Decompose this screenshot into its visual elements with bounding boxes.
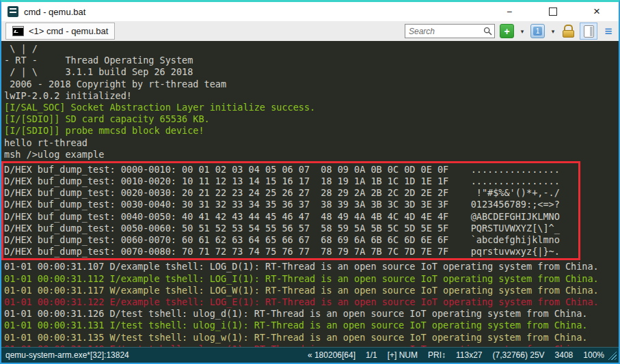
terminal-line: 01-01 00:00:31.117 W/example tshell: LOG…: [4, 285, 619, 296]
terminal-line: D/HEX buf_dump_test: 0040-0050: 40 41 42…: [4, 211, 578, 223]
terminal-line: D/HEX buf_dump_test: 0000-0010: 00 01 02…: [4, 164, 578, 176]
terminal-line: [I/SAL_SOC] Socket Abstraction Layer ini…: [4, 102, 619, 113]
titlebar: cmd - qemu.bat − ×: [1, 2, 619, 21]
panel-toggle-icon: [584, 25, 594, 38]
main-menu-button[interactable]: ≡: [602, 25, 615, 38]
terminal-line: \ | /: [4, 43, 619, 55]
terminal-line: D/HEX buf_dump_test: 0050-0060: 50 51 52…: [4, 223, 578, 234]
window-number-icon: 1: [533, 27, 542, 36]
status-item[interactable]: 3408: [555, 350, 574, 360]
window-number-button[interactable]: 1: [530, 24, 545, 38]
lock-icon: [564, 25, 573, 30]
close-icon: ×: [593, 5, 600, 18]
terminal-line: D/HEX buf_dump_test: 0020-0030: 20 21 22…: [4, 187, 578, 199]
terminal-line: hello rt-thread: [4, 137, 619, 149]
resize-grip[interactable]: [607, 350, 617, 360]
window-controls: − ×: [487, 2, 619, 21]
tab-bar: <1> cmd - qemu.bat + ▾ 1 ▾ ≡: [1, 21, 619, 41]
window-dropdown[interactable]: ▾: [550, 28, 556, 35]
search-input[interactable]: [407, 26, 483, 37]
terminal-line: msh />ulog example: [4, 149, 619, 160]
new-console-plus-icon: +: [504, 27, 509, 36]
terminal-line: lwIP-2.0.2 initialized!: [4, 90, 619, 102]
terminal-line: 2006 - 2018 Copyright by rt-thread team: [4, 79, 619, 90]
maximize-icon: [549, 8, 557, 16]
status-bar: qemu-system-arm.exe*[32]:13824 « 180206[…: [1, 347, 619, 363]
terminal-log-lines: 01-01 00:00:31.107 D/example tshell: LOG…: [4, 261, 619, 347]
terminal-line: - RT - Thread Operating System: [4, 55, 619, 66]
conemu-logo-icon: [8, 6, 18, 17]
lock-button[interactable]: [561, 25, 575, 38]
tab-cmd-qemu[interactable]: <1> cmd - qemu.bat: [5, 23, 115, 40]
maximize-button[interactable]: [531, 2, 575, 21]
terminal-line: D/HEX buf_dump_test: 0010-0020: 10 11 12…: [4, 176, 578, 187]
status-item[interactable]: 1/1: [366, 350, 377, 360]
minimize-button[interactable]: −: [487, 2, 531, 21]
close-button[interactable]: ×: [575, 2, 619, 21]
minimize-icon: −: [507, 6, 512, 17]
terminal-line: 01-01 00:00:31.131 I/test tshell: ulog_i…: [4, 320, 619, 331]
terminal-line: 01-01 00:00:31.112 I/example tshell: LOG…: [4, 273, 619, 285]
new-console-button[interactable]: +: [500, 24, 514, 38]
status-right-items: « 180206[64]1/1[+] NUMPRI↕113x27(7,32766…: [308, 350, 604, 360]
conemu-window: cmd - qemu.bat − × <1> cmd - qemu.bat + …: [0, 0, 620, 364]
new-console-dropdown[interactable]: ▾: [519, 28, 526, 35]
terminal-line: [I/[SDIO]] SD card capacity 65536 KB.: [4, 113, 619, 125]
terminal-line: 01-01 00:00:31.135 W/test tshell: ulog_w…: [4, 332, 619, 344]
terminal-line: / | \ 3.1.1 build Sep 26 2018: [4, 66, 619, 78]
terminal-line: D/HEX buf_dump_test: 0030-0040: 30 31 32…: [4, 199, 578, 210]
terminal-line: D/HEX buf_dump_test: 0060-0070: 60 61 62…: [4, 234, 578, 246]
hex-dump-highlight-box: D/HEX buf_dump_test: 0000-0010: 00 01 02…: [1, 161, 580, 261]
terminal-line: [I/[SDIO]] probe mmcsd block device!: [4, 125, 619, 137]
cmd-prompt-icon: [12, 26, 24, 36]
terminal-console[interactable]: \ | /- RT - Thread Operating System / | …: [1, 41, 619, 347]
tab-label: <1> cmd - qemu.bat: [29, 26, 108, 36]
status-item[interactable]: « 180206[64]: [308, 350, 355, 360]
search-icon[interactable]: [483, 27, 492, 36]
status-item[interactable]: [+] NUM: [388, 350, 418, 360]
hamburger-menu-icon: ≡: [604, 25, 612, 38]
status-item[interactable]: PRI↕: [428, 350, 446, 360]
terminal-line: 01-01 00:00:31.107 D/example tshell: LOG…: [4, 261, 619, 272]
status-item[interactable]: (7,32766) 25V: [493, 350, 545, 360]
panel-toggle-button[interactable]: [580, 23, 597, 40]
terminal-line: 01-01 00:00:31.126 D/test tshell: ulog_d…: [4, 308, 619, 320]
status-process-name: qemu-system-arm.exe*[32]:13824: [3, 350, 133, 360]
status-item[interactable]: 113x27: [456, 350, 482, 360]
terminal-line: 01-01 00:00:31.140 E/test tshell: ulog_e…: [4, 344, 619, 347]
window-title: cmd - qemu.bat: [24, 7, 85, 17]
terminal-boot-lines: \ | /- RT - Thread Operating System / | …: [4, 43, 619, 160]
terminal-line: D/HEX buf_dump_test: 0070-0080: 70 71 72…: [4, 246, 578, 257]
status-item[interactable]: 100%: [583, 350, 604, 360]
terminal-line: 01-01 00:00:31.122 E/example tshell: LOG…: [4, 296, 619, 308]
search-box: [405, 24, 495, 38]
